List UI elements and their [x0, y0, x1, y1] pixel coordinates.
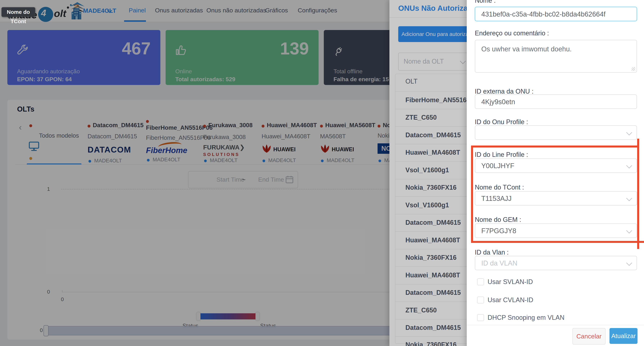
tcont-label: Nome do TCont :: [475, 184, 524, 191]
id-externa-input[interactable]: 4Kjy9s0etn: [475, 94, 637, 109]
vlan-select[interactable]: ID da VLAN: [475, 256, 637, 270]
svlan-checkbox-row[interactable]: Usar SVLAN-ID: [477, 279, 585, 286]
cvlan-checkbox-label: Usar CVLAN-ID: [488, 296, 533, 304]
dhcp-snooping-checkbox[interactable]: [477, 314, 484, 321]
onu-profile-label: ID do Onu Profile :: [475, 118, 528, 126]
cvlan-checkbox[interactable]: [477, 297, 484, 304]
submit-button[interactable]: Atualizar: [610, 328, 638, 344]
tcont-value: T1153AJJ: [481, 195, 512, 202]
chevron-down-icon: [626, 228, 632, 234]
endereco-textarea[interactable]: Os uwher va imwomut doehu.: [475, 40, 637, 73]
vlan-placeholder: ID da VLAN: [481, 259, 518, 267]
svlan-checkbox[interactable]: [477, 279, 484, 285]
dhcp-snooping-checkbox-label: DHCP Snooping em VLAN: [488, 314, 564, 321]
nome-label: Nome :: [475, 0, 496, 4]
chevron-down-icon: [626, 163, 632, 169]
gem-value: F7PGGJY8: [481, 227, 516, 235]
chevron-down-icon: [626, 129, 632, 135]
line-profile-value: Y00LJHYF: [481, 162, 514, 170]
resize-handle-icon[interactable]: [632, 67, 635, 71]
nome-input[interactable]: 431bef0a-c35a-4fbb-bc02-b8da4b62664f: [475, 7, 637, 21]
cancel-button[interactable]: Cancelar: [572, 328, 606, 345]
gem-select[interactable]: F7PGGJY8: [475, 224, 637, 238]
modal-footer-divider: [467, 325, 644, 325]
chevron-down-icon: [626, 260, 632, 266]
edit-onu-modal: Nome : 431bef0a-c35a-4fbb-bc02-b8da4b626…: [467, 0, 644, 346]
onu-profile-select[interactable]: [475, 125, 637, 140]
endereco-value: Os uwher va imwomut doehu.: [481, 45, 572, 53]
dhcp-checkbox-row[interactable]: DHCP Snooping em VLAN: [477, 314, 585, 321]
nome-value: 431bef0a-c35a-4fbb-bc02-b8da4b62664f: [481, 10, 606, 18]
vlan-label: ID da Vlan :: [475, 249, 508, 256]
chevron-down-icon: [626, 195, 632, 201]
cvlan-checkbox-row[interactable]: Usar CVLAN-ID: [477, 297, 585, 304]
line-profile-label: ID do Line Profile :: [475, 151, 528, 158]
id-externa-label: ID externa da ONU :: [475, 88, 534, 95]
line-profile-select[interactable]: Y00LJHYF: [475, 158, 637, 173]
svlan-checkbox-label: Usar SVLAN-ID: [488, 278, 533, 286]
endereco-label: Endereço ou comentário :: [475, 29, 549, 37]
gem-label: Nome do GEM :: [475, 216, 521, 224]
id-externa-value: 4Kjy9s0etn: [481, 98, 515, 106]
tcont-select[interactable]: T1153AJJ: [475, 191, 637, 206]
